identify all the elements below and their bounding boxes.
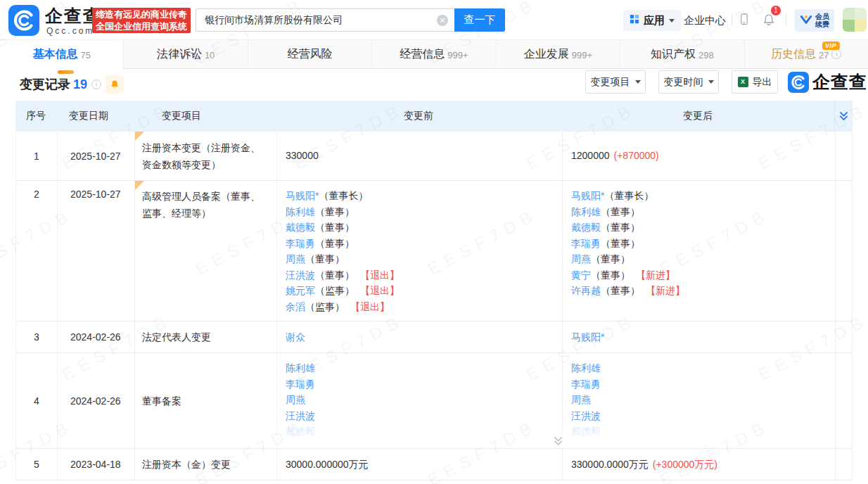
- person-link[interactable]: 李瑞勇: [286, 238, 315, 249]
- row-expand-column: [835, 181, 853, 321]
- search-input[interactable]: [196, 9, 454, 31]
- person-link[interactable]: 姚元军: [286, 285, 315, 296]
- person-link[interactable]: 陈利雄: [286, 362, 315, 374]
- search-button[interactable]: 查一下: [454, 8, 505, 32]
- list-item: 陈利雄: [571, 360, 828, 376]
- info-icon[interactable]: [91, 79, 101, 89]
- status-tag: 【退出】: [350, 301, 390, 312]
- list-item: 黄宁（董事）【新进】: [571, 267, 828, 284]
- after-cell: 1200000(+870000): [562, 132, 835, 180]
- person-link[interactable]: 戴德毅: [286, 222, 315, 233]
- vip-badge: VIP: [822, 42, 840, 50]
- member-line1: 会员: [815, 13, 829, 20]
- tab-development[interactable]: 企业发展999+: [497, 40, 620, 68]
- person-link[interactable]: 谢众: [286, 331, 305, 343]
- export-button[interactable]: X 导出: [732, 70, 778, 94]
- before-cell: 陈利雄李瑞勇周燕汪洪波戴德毅: [276, 353, 562, 448]
- list-item: 汪洪波: [571, 408, 828, 424]
- brand-domain: Qcc.com: [46, 26, 94, 36]
- person-link[interactable]: 周燕: [571, 394, 591, 405]
- slogan-line2: 全国企业信用查询系统: [92, 20, 191, 32]
- person-link[interactable]: 马贱阳*: [571, 190, 604, 201]
- person-link[interactable]: 汪洪波: [571, 410, 601, 421]
- expand-all-icon[interactable]: [834, 101, 853, 132]
- slogan-line1: 缔造有远见的商业传奇: [92, 8, 191, 20]
- filter-change-item-dropdown[interactable]: 变更项目: [585, 70, 646, 94]
- apps-menu[interactable]: 应用: [623, 10, 681, 31]
- after-cell: 马贱阳*: [562, 321, 835, 352]
- person-link[interactable]: 周燕: [286, 394, 305, 405]
- qcc-logo-icon-small: [788, 72, 809, 93]
- person-link[interactable]: 李瑞勇: [571, 238, 601, 249]
- mobile-phone-icon[interactable]: [739, 12, 749, 30]
- list-item: 周燕: [286, 392, 555, 408]
- person-link[interactable]: 陈利雄: [571, 362, 601, 374]
- person-role: （董事）: [315, 238, 355, 249]
- before-cell: 30000.000000万元: [276, 449, 562, 480]
- person-role: （董事）: [591, 253, 630, 265]
- person-link[interactable]: 汪洪波: [286, 410, 315, 421]
- clear-icon[interactable]: ✕: [437, 15, 448, 26]
- tab-ip[interactable]: 知识产权298: [620, 40, 744, 68]
- user-avatar[interactable]: [843, 8, 867, 32]
- qcc-logo-icon[interactable]: [8, 5, 39, 36]
- person-link[interactable]: 李瑞勇: [571, 378, 601, 390]
- tab-risk[interactable]: 经营风险: [248, 40, 372, 68]
- person-link[interactable]: 马贱阳*: [571, 331, 604, 343]
- tab-legal[interactable]: 法律诉讼10: [124, 40, 248, 68]
- section-brand-text: 企查查: [812, 70, 867, 94]
- change-item: 高级管理人员备案（董事、监事、经理等）: [134, 181, 276, 321]
- table-row: 52023-04-18注册资本（金）变更30000.000000万元330000…: [16, 449, 852, 480]
- tab-operation[interactable]: 经营信息999+: [372, 40, 496, 68]
- after-cell: 陈利雄李瑞勇周燕汪洪波戴德毅: [562, 353, 835, 448]
- column-header-item: 变更项目: [134, 101, 276, 132]
- before-cell: 330000: [276, 132, 562, 180]
- monitor-bell-button[interactable]: [106, 75, 124, 94]
- person-role: （董事）: [315, 206, 355, 217]
- status-tag: 【新进】: [646, 285, 685, 296]
- tab-history[interactable]: 历史信息27VIP: [745, 40, 868, 68]
- tab-basic-info[interactable]: 基本信息75: [0, 40, 124, 68]
- filter-change-time-dropdown[interactable]: 变更时间: [658, 70, 719, 94]
- list-item: 李瑞勇（董事）: [571, 236, 828, 252]
- person-link[interactable]: 戴德毅: [571, 222, 601, 233]
- person-link[interactable]: 戴德毅: [286, 426, 315, 437]
- person-link[interactable]: 余滔: [286, 301, 305, 312]
- person-link[interactable]: 陈利雄: [286, 206, 315, 217]
- person-link[interactable]: 许再越: [571, 285, 601, 296]
- tab-count: 298: [698, 50, 714, 60]
- change-item-text: 注册资本变更（注册资金、资金数额等变更）: [142, 139, 268, 173]
- info-icon[interactable]: [831, 49, 841, 59]
- filter-change-item-label: 变更项目: [591, 76, 630, 89]
- person-link[interactable]: 黄宁: [571, 269, 591, 281]
- tab-label: 知识产权: [651, 47, 696, 62]
- status-tag: 【退出】: [360, 269, 400, 281]
- section-title: 变更记录: [20, 76, 70, 93]
- person-role: （董事）: [315, 269, 355, 281]
- person-role: （监事）: [315, 285, 355, 296]
- person-link[interactable]: 汪洪波: [286, 269, 315, 281]
- top-bar: 企查查 Qcc.com 缔造有远见的商业传奇 全国企业信用查询系统 ✕ 查一下 …: [0, 0, 868, 40]
- list-item: 周燕: [571, 392, 828, 408]
- change-item-text: 董事备案: [142, 393, 181, 409]
- divider: [786, 14, 786, 26]
- person-link[interactable]: 陈利雄: [571, 206, 601, 217]
- person-role: （董事长）: [604, 190, 653, 201]
- person-link[interactable]: 周燕: [286, 253, 305, 265]
- row-expand-column: [835, 449, 853, 480]
- list-item: 戴德毅（董事）: [571, 219, 828, 236]
- membership-renew-button[interactable]: 会员续费: [795, 9, 834, 32]
- change-records-table: 序号变更日期变更项目变更前变更后12025-10-27注册资本变更（注册资金、资…: [15, 101, 853, 480]
- list-item: 李瑞勇（董事）: [286, 236, 555, 252]
- row-number: 3: [16, 321, 57, 352]
- list-item: 余滔（监事）【退出】: [286, 299, 555, 315]
- change-item: 注册资本（金）变更: [134, 449, 276, 480]
- section-bar: 变更记录 19 变更项目 变更时间 X 导出 企查查: [0, 69, 868, 101]
- expand-row-icon[interactable]: [554, 435, 565, 447]
- column-header-after: 变更后: [561, 101, 834, 132]
- person-link[interactable]: 周燕: [571, 253, 591, 265]
- person-link[interactable]: 李瑞勇: [286, 378, 315, 390]
- person-link[interactable]: 马贱阳*: [286, 190, 319, 201]
- enterprise-center-link[interactable]: 企业中心: [684, 14, 726, 27]
- person-link[interactable]: 戴德毅: [571, 426, 601, 437]
